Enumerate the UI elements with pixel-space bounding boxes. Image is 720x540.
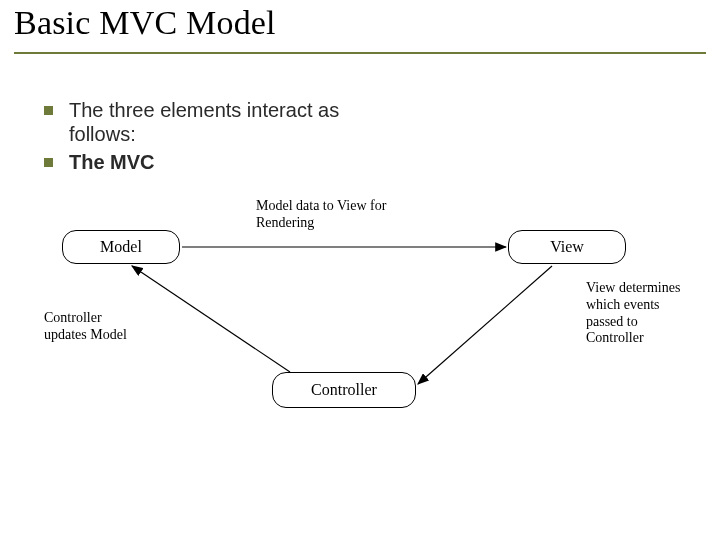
node-label: Controller (311, 381, 377, 399)
slide-title-wrap: Basic MVC Model (14, 4, 706, 54)
bullet-text: The MVC (69, 150, 155, 174)
bullet-list: The three elements interact as follows: … (44, 98, 344, 178)
edge-label-view-to-controller: View determines which events passed to C… (586, 280, 696, 347)
svg-line-1 (418, 266, 552, 384)
svg-line-2 (132, 266, 290, 372)
node-label: Model (100, 238, 142, 256)
node-model: Model (62, 230, 180, 264)
edge-label-controller-to-model: Controller updates Model (44, 310, 144, 344)
node-label: View (550, 238, 584, 256)
bullet-item: The three elements interact as follows: (44, 98, 344, 146)
slide: { "title": "Basic MVC Model", "bullets":… (0, 0, 720, 540)
node-view: View (508, 230, 626, 264)
slide-title: Basic MVC Model (14, 4, 706, 42)
bullet-square-icon (44, 158, 53, 167)
edge-label-model-to-view: Model data to View for Rendering (256, 198, 436, 232)
node-controller: Controller (272, 372, 416, 408)
bullet-text: The three elements interact as follows: (69, 98, 344, 146)
bullet-square-icon (44, 106, 53, 115)
mvc-diagram: Model View Controller Model data to View… (34, 194, 686, 444)
bullet-item: The MVC (44, 150, 344, 174)
